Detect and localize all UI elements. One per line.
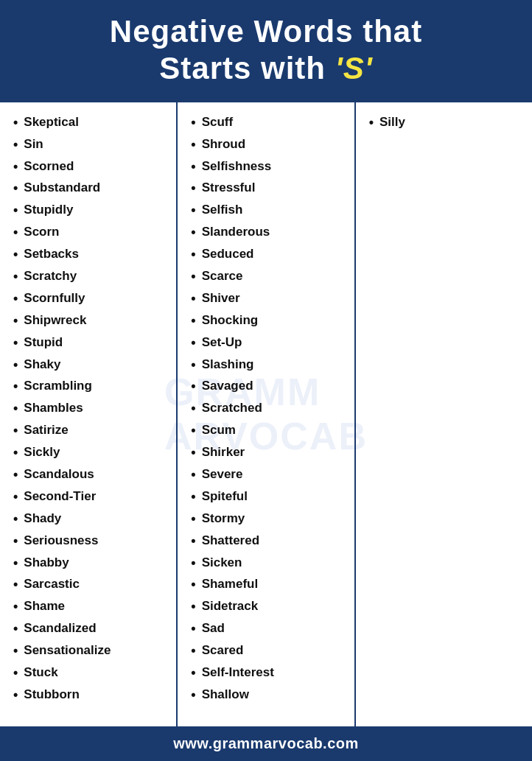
list-item: Sicken (191, 553, 346, 574)
title-line2: Starts with 'S' (159, 51, 372, 85)
list-item: Shady (13, 509, 169, 530)
column-1-list: SkepticalSinScornedSubstandardStupidlySc… (13, 113, 169, 706)
list-item: Stressful (191, 178, 346, 199)
list-item: Scandalous (13, 465, 169, 485)
column-1: SkepticalSinScornedSubstandardStupidlySc… (0, 102, 178, 726)
list-item: Stubborn (13, 685, 169, 706)
list-item: Setbacks (13, 245, 169, 265)
list-item: Shabby (13, 553, 169, 574)
list-item: Set-Up (191, 333, 346, 354)
list-item: Scandalized (13, 619, 169, 639)
column-2-list: ScuffShroudSelfishnessStressfulSelfishSl… (191, 113, 346, 706)
list-item: Satirize (13, 421, 169, 441)
list-item: Sensationalize (13, 641, 169, 662)
column-2: ScuffShroudSelfishnessStressfulSelfishSl… (178, 102, 355, 726)
list-item: Skeptical (13, 113, 169, 133)
list-item: Scuff (191, 113, 346, 133)
list-item: Silly (369, 113, 525, 133)
list-item: Scratchy (13, 267, 169, 287)
list-item: Shambles (13, 399, 169, 419)
page-title: Negative Words that Starts with 'S' (15, 13, 517, 88)
list-item: Slashing (191, 355, 346, 376)
list-item: Stupid (13, 333, 169, 354)
list-item: Seriousness (13, 531, 169, 552)
title-line1: Negative Words that (110, 14, 422, 49)
list-item: Seduced (191, 245, 346, 265)
list-item: Sarcastic (13, 575, 169, 595)
list-item: Slanderous (191, 222, 346, 243)
list-item: Savaged (191, 376, 346, 397)
list-item: Selfish (191, 200, 346, 221)
content-area: GRAMMARVOCAB SkepticalSinScornedSubstand… (0, 102, 532, 726)
list-item: Shaky (13, 355, 169, 376)
list-item: Shocking (191, 311, 346, 332)
footer-url: www.grammarvocab.com (173, 735, 359, 751)
page-footer: www.grammarvocab.com (0, 726, 532, 761)
list-item: Scarce (191, 267, 346, 287)
list-item: Scornfully (13, 289, 169, 309)
list-item: Scorn (13, 222, 169, 243)
page-header: Negative Words that Starts with 'S' (0, 0, 532, 102)
list-item: Self-Interest (191, 663, 346, 684)
list-item: Sidetrack (191, 597, 346, 617)
list-item: Shameful (191, 575, 346, 595)
list-item: Sin (13, 135, 169, 155)
list-item: Selfishness (191, 157, 346, 178)
list-item: Scum (191, 421, 346, 441)
list-item: Shame (13, 597, 169, 617)
list-item: Scorned (13, 157, 169, 178)
list-item: Stormy (191, 509, 346, 530)
list-item: Spiteful (191, 487, 346, 508)
list-item: Substandard (13, 178, 169, 199)
list-item: Scared (191, 641, 346, 662)
list-item: Shiver (191, 289, 346, 309)
list-item: Second-Tier (13, 487, 169, 508)
title-highlight: 'S' (335, 51, 373, 85)
list-item: Severe (191, 465, 346, 485)
list-item: Shattered (191, 531, 346, 552)
list-item: Stupidly (13, 200, 169, 221)
list-item: Shipwreck (13, 311, 169, 332)
column-3-list: Silly (369, 113, 525, 133)
list-item: Stuck (13, 663, 169, 684)
list-item: Scrambling (13, 376, 169, 397)
list-item: Scratched (191, 399, 346, 419)
list-item: Sickly (13, 443, 169, 463)
list-item: Shroud (191, 135, 346, 155)
list-item: Sad (191, 619, 346, 639)
column-3: Silly (356, 102, 532, 726)
list-item: Shirker (191, 443, 346, 463)
list-item: Shallow (191, 685, 346, 706)
